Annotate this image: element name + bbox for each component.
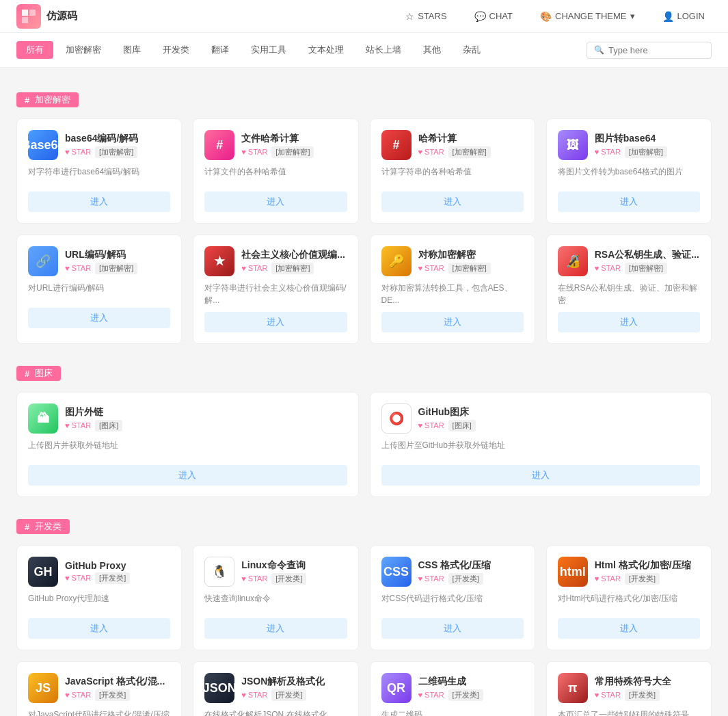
card-tags: ♥ STAR [加密解密]	[241, 263, 345, 274]
card-js-format[interactable]: JS JavaScript 格式化/混... ♥ STAR [开发类] 对Jav…	[16, 661, 182, 716]
cards-grid-gallery: 🏔 图片外链 ♥ STAR [图床] 上传图片并获取外链地址 进入 ⭕ GitH…	[16, 392, 712, 497]
category-tab-misc[interactable]: 杂乱	[453, 41, 490, 59]
card-special-chars[interactable]: π 常用特殊符号大全 ♥ STAR [开发类] 本页汇总了一些特别好用的特殊符号…	[546, 661, 712, 716]
header-nav: ☆ STARS 💬 CHAT 🎨 CHANGE THEME ▾ 👤 LOGIN	[399, 7, 712, 26]
search-icon: 🔍	[594, 45, 604, 55]
login-nav-item[interactable]: 👤 LOGIN	[656, 7, 712, 26]
card-header: 🔑 对称加密解密 ♥ STAR [加密解密]	[381, 246, 524, 276]
card-enter-button[interactable]: 进入	[558, 312, 700, 332]
card-enter-button[interactable]: 进入	[28, 308, 170, 328]
category-tag: [加密解密]	[95, 263, 137, 274]
star-tag: ♥ STAR	[65, 148, 91, 156]
category-tag: [图床]	[95, 420, 122, 432]
card-header: GH GitHub Proxy ♥ STAR [开发类]	[28, 557, 170, 587]
card-github-proxy[interactable]: GH GitHub Proxy ♥ STAR [开发类] GitHub Prox…	[16, 545, 182, 650]
card-title: GitHub图床	[418, 406, 476, 419]
card-enter-button[interactable]: 进入	[558, 618, 700, 639]
card-title: URL编码/解码	[65, 249, 137, 261]
header: 仿源码 ☆ STARS 💬 CHAT 🎨 CHANGE THEME ▾ 👤 LO…	[0, 0, 728, 33]
card-enter-button[interactable]: 进入	[204, 618, 347, 639]
category-tab-encrypt[interactable]: 加密解密	[56, 41, 111, 59]
chat-nav-item[interactable]: 💬 CHAT	[468, 7, 520, 26]
card-meta: 社会主义核心价值观编... ♥ STAR [加密解密]	[241, 249, 345, 274]
card-enter-button[interactable]: 进入	[381, 191, 524, 212]
card-enter-button[interactable]: 进入	[204, 312, 347, 332]
card-html-format[interactable]: html Html 格式化/加密/压缩 ♥ STAR [开发类] 对Html代码…	[546, 545, 712, 650]
card-icon: 🖼	[558, 130, 588, 160]
card-sym-crypto[interactable]: 🔑 对称加密解密 ♥ STAR [加密解密] 对称加密算法转换工具，包含AES、…	[370, 235, 535, 344]
card-header: π 常用特殊符号大全 ♥ STAR [开发类]	[558, 673, 700, 703]
card-icon: Base64	[28, 130, 58, 160]
card-hash[interactable]: # 哈希计算 ♥ STAR [加密解密] 计算字符串的各种哈希值 进入	[370, 118, 535, 224]
card-rsa[interactable]: 🔏 RSA公私钥生成、验证... ♥ STAR [加密解密] 在线RSA公私钥生…	[546, 235, 712, 344]
category-tag: [开发类]	[95, 689, 130, 701]
category-tab-text[interactable]: 文本处理	[299, 41, 353, 59]
card-desc: 对JavaScript代码进行格式化/混淆/压缩	[28, 708, 170, 716]
card-tags: ♥ STAR [加密解密]	[595, 146, 667, 158]
card-linux-cmd[interactable]: 🐧 Linux命令查询 ♥ STAR [开发类] 快速查询linux命令 进入	[193, 545, 358, 650]
card-title: GitHub Proxy	[65, 560, 130, 571]
card-enter-button[interactable]: 进入	[28, 618, 170, 639]
card-socialist[interactable]: ★ 社会主义核心价值观编... ♥ STAR [加密解密] 对字符串进行社会主义…	[193, 235, 358, 344]
svg-rect-0	[22, 10, 28, 16]
card-github-gallery[interactable]: ⭕ GitHub图床 ♥ STAR [图床] 上传图片至GitHub并获取外链地…	[370, 392, 712, 497]
change-theme-nav-item[interactable]: 🎨 CHANGE THEME ▾	[533, 7, 642, 26]
category-tag: [加密解密]	[271, 263, 314, 274]
star-tag: ♥ STAR	[418, 574, 444, 583]
card-img-upload[interactable]: 🏔 图片外链 ♥ STAR [图床] 上传图片并获取外链地址 进入	[16, 392, 359, 497]
card-url-encode[interactable]: 🔗 URL编码/解码 ♥ STAR [加密解密] 对URL进行编码/解码 进入	[16, 235, 182, 344]
card-header: # 文件哈希计算 ♥ STAR [加密解密]	[204, 130, 347, 160]
card-enter-button[interactable]: 进入	[28, 465, 347, 486]
card-enter-button[interactable]: 进入	[558, 191, 700, 212]
category-tab-dev[interactable]: 开发类	[153, 41, 199, 59]
star-tag: ♥ STAR	[418, 421, 444, 429]
card-qr-code[interactable]: QR 二维码生成 ♥ STAR [开发类] 生成二维码 进入	[370, 661, 535, 716]
search-bar[interactable]: 🔍	[587, 42, 712, 59]
card-icon: {JSON}	[204, 673, 234, 703]
card-desc: 对URL进行编码/解码	[28, 282, 170, 302]
user-icon: 👤	[662, 11, 674, 22]
category-tab-other[interactable]: 其他	[414, 41, 450, 59]
star-tag: ♥ STAR	[241, 148, 267, 156]
card-header: html Html 格式化/加密/压缩 ♥ STAR [开发类]	[558, 557, 700, 587]
svg-rect-2	[22, 17, 28, 23]
card-file-hash[interactable]: # 文件哈希计算 ♥ STAR [加密解密] 计算文件的各种哈希值 进入	[193, 118, 358, 224]
stars-nav-item[interactable]: ☆ STARS	[399, 7, 453, 26]
card-header: ★ 社会主义核心价值观编... ♥ STAR [加密解密]	[204, 246, 347, 276]
star-tag: ♥ STAR	[418, 264, 444, 272]
category-tag: [加密解密]	[625, 263, 667, 274]
category-tab-map[interactable]: 图库	[113, 41, 150, 59]
category-tab-tools[interactable]: 实用工具	[241, 41, 296, 59]
card-desc: 快速查询linux命令	[204, 592, 347, 613]
card-desc: 在线RSA公私钥生成、验证、加密和解密	[558, 282, 700, 306]
category-tab-grow[interactable]: 站长上墙	[356, 41, 411, 59]
category-tab-translate[interactable]: 翻译	[202, 41, 239, 59]
card-title: RSA公私钥生成、验证...	[595, 249, 699, 261]
category-tag: [加密解密]	[625, 146, 667, 158]
category-tag: [开发类]	[271, 573, 306, 585]
card-json-format[interactable]: {JSON} JSON解析及格式化 ♥ STAR [开发类] 在线格式化解析JS…	[193, 661, 358, 716]
section-gallery: # 图床 🏔 图片外链 ♥ STAR [图床] 上传图片并获取外链地址 进入 ⭕	[16, 366, 712, 497]
star-tag: ♥ STAR	[595, 264, 621, 272]
card-title: 哈希计算	[418, 133, 491, 145]
login-label: LOGIN	[677, 11, 705, 21]
card-enter-button[interactable]: 进入	[381, 312, 524, 332]
card-css-format[interactable]: CSS CSS 格式化/压缩 ♥ STAR [开发类] 对CSS代码进行格式化/…	[370, 545, 535, 650]
card-enter-button[interactable]: 进入	[28, 191, 170, 212]
category-tag: [开发类]	[95, 572, 130, 584]
section-header-dev: # 开发类	[16, 519, 712, 534]
card-base64[interactable]: Base64 base64编码/解码 ♥ STAR [加密解密] 对字符串进行b…	[16, 118, 182, 224]
card-enter-button[interactable]: 进入	[381, 465, 701, 486]
card-icon: π	[558, 673, 588, 703]
card-desc: 对CSS代码进行格式化/压缩	[381, 592, 524, 613]
card-enter-button[interactable]: 进入	[381, 618, 524, 639]
category-tab-all[interactable]: 所有	[16, 41, 53, 59]
card-icon: 🐧	[204, 557, 234, 587]
card-enter-button[interactable]: 进入	[204, 191, 347, 212]
card-header: 🔏 RSA公私钥生成、验证... ♥ STAR [加密解密]	[558, 246, 700, 276]
card-img-base64[interactable]: 🖼 图片转base64 ♥ STAR [加密解密] 将图片文件转为base64格…	[546, 118, 712, 224]
search-input[interactable]	[608, 45, 704, 55]
card-meta: GitHub图床 ♥ STAR [图床]	[418, 406, 476, 432]
card-tags: ♥ STAR [加密解密]	[241, 146, 314, 158]
card-desc: 对Html代码进行格式化/加密/压缩	[558, 592, 700, 613]
